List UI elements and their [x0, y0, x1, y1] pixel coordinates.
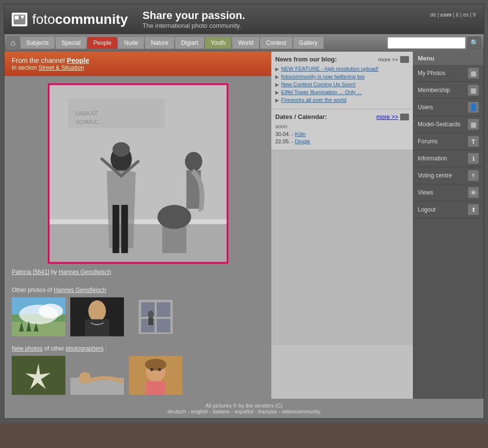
menu-icon-forums: T: [468, 136, 479, 147]
svg-rect-32: [85, 319, 109, 336]
menu-label-forums: Forums: [418, 138, 465, 145]
lang-es[interactable]: es: [463, 12, 469, 18]
footer-link-italiano[interactable]: italiano: [213, 409, 230, 414]
menu-label-voting: Voting centre: [418, 172, 465, 179]
menu-label-model-sedcards: Model-Sedcards: [418, 121, 465, 128]
tab-contest[interactable]: Contest: [260, 37, 292, 49]
news-link-4[interactable]: Eiffel Tower Illumination ... Only ...: [281, 89, 362, 95]
news-more-link[interactable]: more >>: [378, 57, 398, 62]
home-button[interactable]: ⌂: [7, 36, 20, 50]
menu-item-forums[interactable]: Forums T: [413, 133, 484, 150]
news-title: News from our blog:: [275, 56, 337, 63]
menu-item-model-sedcards[interactable]: Model-Sedcards ▦: [413, 116, 484, 133]
menu-item-membership[interactable]: Membership ▦: [413, 82, 484, 99]
page-wrapper: fotocommunity Share your passion. The in…: [0, 0, 488, 423]
menu-sidebar: Menu My Photos ▦ Membership ▦ Users 👤 Mo…: [413, 52, 484, 399]
menu-item-voting[interactable]: Voting centre !!: [413, 167, 484, 184]
tab-nude[interactable]: Nude: [118, 37, 144, 49]
news-link-1[interactable]: NEW FEATURE - high resolution upload!: [281, 66, 379, 72]
svg-rect-1: [15, 16, 19, 19]
lang-de[interactable]: de: [430, 12, 436, 18]
news-link-3[interactable]: New Contest Coming Up Soon!: [281, 81, 356, 87]
tab-subjects[interactable]: Subjects: [20, 37, 55, 49]
svg-point-25: [39, 304, 63, 318]
lang-fr[interactable]: fr: [473, 12, 476, 18]
menu-icon-logout: ⬆: [468, 204, 479, 215]
tab-nature[interactable]: Nature: [145, 37, 174, 49]
thumb-2[interactable]: [70, 297, 124, 336]
search-input[interactable]: [387, 37, 466, 49]
footer-link-deutsch[interactable]: deutsch: [167, 409, 186, 414]
news-panel: News from our blog: more >> ▶ NEW FEATUR…: [271, 52, 413, 109]
footer-link-espanol[interactable]: español: [235, 409, 254, 414]
main-photo[interactable]: UNIKAT SCHMUC...: [48, 83, 228, 264]
channel-section: In section Street & Situation: [12, 64, 264, 71]
footer-link-francais[interactable]: français: [258, 409, 277, 414]
lang-com[interactable]: com: [441, 12, 452, 18]
footer-link-videocommunity[interactable]: videocommunity: [282, 409, 320, 414]
svg-point-10: [112, 142, 130, 157]
date-link-2[interactable]: Dingle: [295, 138, 310, 144]
menu-item-logout[interactable]: Logout ⬆: [413, 201, 484, 218]
tab-digiart[interactable]: Digiart: [175, 37, 204, 49]
soon-label: soon:: [275, 123, 409, 129]
svg-point-49: [145, 359, 166, 370]
section-link[interactable]: Street & Situation: [39, 64, 84, 71]
news-item-2: ▶ fotocommunity is now twittering too: [275, 74, 409, 79]
tagline-main: Share your passion.: [142, 9, 245, 22]
tab-special[interactable]: Special: [56, 37, 86, 49]
other-photos-section: Other photos of Hannes Gensfleisch: [4, 283, 271, 340]
svg-point-39: [148, 311, 154, 318]
menu-icon-model-sedcards: ▦: [468, 119, 479, 130]
news-header: News from our blog: more >>: [275, 56, 409, 63]
new-photos-link[interactable]: New photos: [12, 345, 42, 352]
thumb-5[interactable]: [70, 356, 124, 395]
tab-youth[interactable]: Youth: [205, 37, 231, 49]
dates-header: Dates / Calendar: more >>: [275, 113, 409, 120]
footer-link-english[interactable]: english: [191, 409, 208, 414]
photo-title-link[interactable]: Patricia [5641]: [12, 269, 49, 275]
photographers-link[interactable]: photographers: [66, 345, 103, 352]
thumb-6[interactable]: [129, 356, 183, 395]
menu-icon-myphotos: ▦: [468, 68, 479, 78]
search-button[interactable]: 🔍: [468, 37, 481, 49]
thumb-3[interactable]: [129, 297, 183, 336]
menu-item-views[interactable]: Views 👁: [413, 184, 484, 201]
channel-link[interactable]: People: [67, 57, 89, 64]
footer-links: deutsch - english - italiano - español -…: [8, 409, 480, 414]
thumbnail-row-2: [12, 356, 264, 395]
news-arrow-4: ▶: [275, 90, 279, 95]
menu-label-membership: Membership: [418, 87, 465, 94]
svg-rect-48: [146, 381, 165, 395]
other-photos-link[interactable]: Hannes Gensfleisch: [54, 287, 106, 293]
svg-point-50: [150, 368, 153, 371]
news-icon: [400, 56, 409, 63]
news-link-5[interactable]: Fireworks all over the world: [281, 97, 346, 103]
logo-text: fotocommunity: [32, 12, 128, 27]
news-link-2[interactable]: fotocommunity is now twittering too: [281, 74, 365, 79]
menu-icon-users: 👤: [468, 102, 479, 113]
date-link-1[interactable]: Köln: [295, 131, 305, 137]
menu-item-users[interactable]: Users 👤: [413, 99, 484, 116]
menu-item-information[interactable]: Information ℹ: [413, 150, 484, 167]
tab-gallery[interactable]: Gallery: [293, 37, 324, 49]
tab-world[interactable]: World: [232, 37, 259, 49]
thumb-1[interactable]: [12, 297, 65, 336]
photographer-link[interactable]: Hannes Gensfleisch: [59, 269, 111, 275]
other-photos-label: Other photos of Hannes Gensfleisch: [12, 287, 264, 293]
body-right: News from our blog: more >> ▶ NEW FEATUR…: [271, 52, 413, 399]
footer: All pictures © by the senders (C) deutsc…: [4, 399, 484, 418]
menu-title: Menu: [413, 52, 484, 65]
thumb-4[interactable]: [12, 356, 65, 395]
photo-caption: Patricia [5641] by Hannes Gensfleisch: [12, 266, 264, 278]
dates-more-link[interactable]: more >>: [376, 114, 398, 120]
news-arrow-3: ▶: [275, 82, 279, 87]
tab-people[interactable]: People: [87, 37, 117, 49]
svg-point-19: [157, 205, 191, 229]
footer-copyright: All pictures © by the senders (C): [8, 403, 480, 409]
lang-it[interactable]: it: [456, 12, 459, 18]
menu-item-myphotos[interactable]: My Photos ▦: [413, 65, 484, 82]
news-items: ▶ NEW FEATURE - high resolution upload! …: [275, 66, 409, 103]
news-item-3: ▶ New Contest Coming Up Soon!: [275, 81, 409, 87]
svg-rect-13: [121, 205, 128, 253]
